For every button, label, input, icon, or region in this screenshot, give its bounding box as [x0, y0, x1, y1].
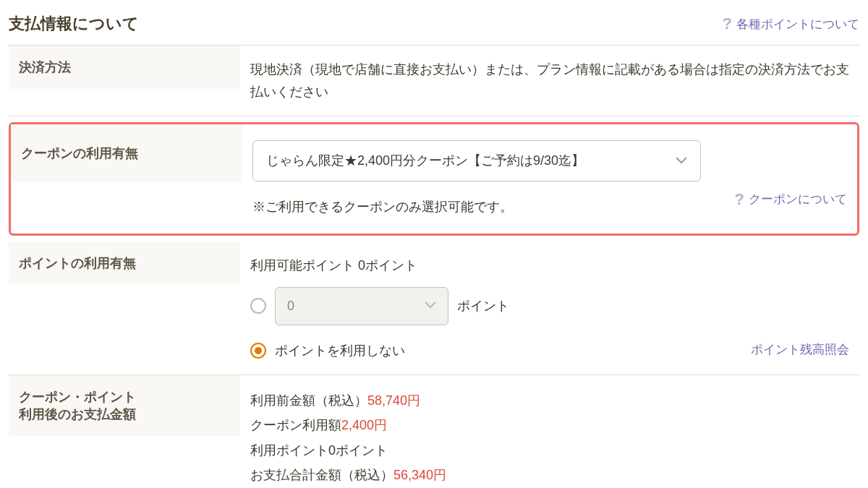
question-icon: ? — [735, 186, 744, 213]
payment-method-row: 決済方法 現地決済（現地で店舗に直接お支払い）または、プラン情報に記載がある場合… — [9, 46, 859, 116]
coupon-select[interactable]: じゃらん限定★2,400円分クーポン【ご予約は9/30迄】 — [252, 140, 701, 181]
points-nouse-label: ポイントを利用しない — [275, 340, 405, 362]
payment-method-text: 現地決済（現地で店舗に直接お支払い）または、プラン情報に記載がある場合は指定の決… — [240, 46, 859, 116]
summary-value-cell: 利用前金額（税込）58,740円 クーポン利用額2,400円 利用ポイント0ポイ… — [240, 375, 859, 488]
radio-checked-icon — [250, 343, 266, 359]
coupon-highlight-box: クーポンの利用有無 じゃらん限定★2,400円分クーポン【ご予約は9/30迄】 … — [9, 122, 859, 236]
radio-unchecked-icon — [250, 298, 266, 314]
section-header: 支払情報について ? 各種ポイントについて — [9, 9, 859, 46]
points-label: ポイントの利用有無 — [9, 241, 240, 285]
amount-total: お支払合計金額（税込）56,340円 — [250, 463, 849, 487]
amount-before-label: 利用前金額（税込） — [250, 393, 367, 408]
chevron-down-icon — [425, 297, 436, 314]
amount-coupon-label: クーポン利用額 — [250, 418, 341, 432]
points-help-link[interactable]: ? 各種ポイントについて — [723, 14, 859, 33]
coupon-row: クーポンの利用有無 じゃらん限定★2,400円分クーポン【ご予約は9/30迄】 … — [11, 124, 857, 234]
coupon-select-value: じゃらん限定★2,400円分クーポン【ご予約は9/30迄】 — [266, 150, 584, 172]
amount-before-value: 58,740円 — [367, 393, 420, 408]
summary-label-line2: 利用後のお支払金額 — [19, 407, 136, 421]
coupon-help-link-label: クーポンについて — [749, 189, 847, 210]
amount-total-label: お支払合計金額（税込） — [250, 468, 393, 482]
question-icon: ? — [723, 14, 732, 33]
points-available: 利用可能ポイント 0ポイント — [250, 254, 849, 277]
coupon-value-cell: じゃらん限定★2,400円分クーポン【ご予約は9/30迄】 ※ご利用できるクーポ… — [242, 124, 857, 234]
amount-points-label: 利用ポイント — [250, 443, 328, 458]
section-title: 支払情報について — [9, 13, 139, 35]
amount-points-value: 0ポイント — [328, 443, 388, 458]
coupon-help-link[interactable]: ? クーポンについて — [735, 186, 847, 213]
summary-label-line1: クーポン・ポイント — [19, 390, 136, 404]
coupon-bottom-row: ※ご利用できるクーポンのみ選択可能です。 ? クーポンについて — [252, 181, 847, 218]
summary-row: クーポン・ポイント 利用後のお支払金額 利用前金額（税込）58,740円 クーポ… — [9, 375, 859, 488]
points-nouse-option[interactable]: ポイントを利用しない — [250, 340, 405, 362]
points-amount-select[interactable]: 0 — [275, 287, 448, 325]
amount-points: 利用ポイント0ポイント — [250, 438, 849, 463]
amount-coupon-value: 2,400円 — [341, 418, 387, 432]
summary-label: クーポン・ポイント 利用後のお支払金額 — [9, 375, 240, 436]
payment-info-section: 支払情報について ? 各種ポイントについて 決済方法 現地決済（現地で店舗に直接… — [9, 9, 859, 488]
points-unit-label: ポイント — [457, 295, 509, 317]
radio-inner-dot — [255, 347, 262, 354]
points-amount-value: 0 — [287, 295, 294, 317]
amount-before: 利用前金額（税込）58,740円 — [250, 388, 849, 413]
points-help-link-label: 各種ポイントについて — [736, 16, 859, 33]
amount-coupon: クーポン利用額2,400円 — [250, 413, 849, 437]
points-available-prefix: 利用可能ポイント — [250, 258, 358, 273]
payment-method-label: 決済方法 — [9, 46, 240, 89]
chevron-down-icon — [676, 153, 687, 170]
points-balance-link[interactable]: ポイント残高照会 — [751, 340, 849, 361]
coupon-label: クーポンの利用有無 — [11, 124, 242, 182]
amount-total-value: 56,340円 — [393, 468, 446, 482]
points-value-cell: 利用可能ポイント 0ポイント 0 ポイント ポイントを利用しない — [240, 241, 859, 374]
points-available-value: 0ポイント — [358, 258, 417, 273]
points-bottom-row: ポイントを利用しない ポイント残高照会 — [250, 340, 849, 362]
points-use-option[interactable]: 0 ポイント — [250, 287, 849, 325]
coupon-note: ※ご利用できるクーポンのみ選択可能です。 — [252, 196, 513, 218]
points-row: ポイントの利用有無 利用可能ポイント 0ポイント 0 ポイント — [9, 241, 859, 375]
